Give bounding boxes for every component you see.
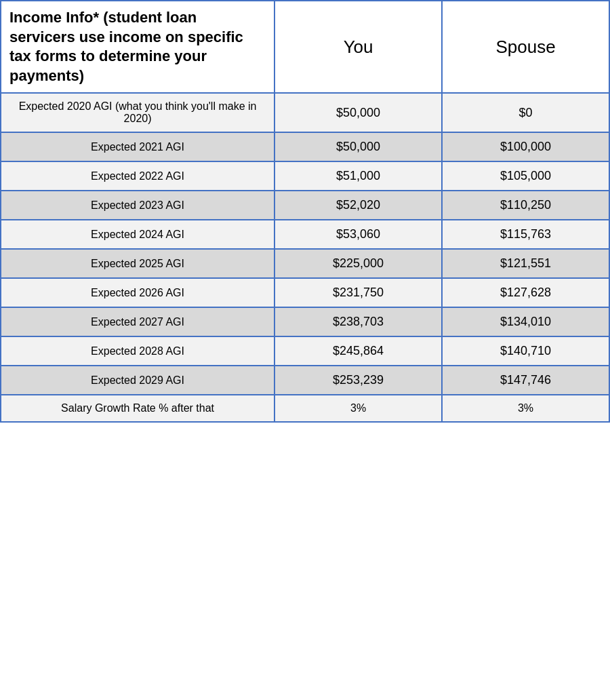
row-value-spouse: $115,763 bbox=[442, 220, 609, 249]
row-label: Expected 2021 AGI bbox=[1, 132, 274, 161]
column-header-you: You bbox=[274, 1, 442, 93]
row-value-spouse: $105,000 bbox=[442, 161, 609, 191]
row-label: Expected 2029 AGI bbox=[1, 366, 274, 395]
table-row: Expected 2025 AGI$225,000$121,551 bbox=[1, 249, 609, 278]
table-row: Expected 2020 AGI (what you think you'll… bbox=[1, 93, 609, 132]
row-value-you: 3% bbox=[274, 395, 442, 422]
row-label: Expected 2023 AGI bbox=[1, 191, 274, 220]
row-value-you: $253,239 bbox=[274, 366, 442, 395]
row-value-spouse: $0 bbox=[442, 93, 609, 132]
row-value-spouse: 3% bbox=[442, 395, 609, 422]
row-label: Expected 2022 AGI bbox=[1, 161, 274, 191]
table-header-label: Income Info* (student loan servicers use… bbox=[1, 1, 274, 93]
income-info-table: Income Info* (student loan servicers use… bbox=[0, 0, 610, 423]
row-label: Expected 2025 AGI bbox=[1, 249, 274, 278]
table-row: Expected 2026 AGI$231,750$127,628 bbox=[1, 278, 609, 307]
row-value-you: $245,864 bbox=[274, 336, 442, 366]
table-row: Expected 2021 AGI$50,000$100,000 bbox=[1, 132, 609, 161]
table-row: Expected 2023 AGI$52,020$110,250 bbox=[1, 191, 609, 220]
row-label: Expected 2028 AGI bbox=[1, 336, 274, 366]
table-row: Salary Growth Rate % after that3%3% bbox=[1, 395, 609, 422]
row-value-spouse: $100,000 bbox=[442, 132, 609, 161]
row-value-spouse: $110,250 bbox=[442, 191, 609, 220]
row-value-you: $50,000 bbox=[274, 93, 442, 132]
row-label: Expected 2024 AGI bbox=[1, 220, 274, 249]
table-row: Expected 2029 AGI$253,239$147,746 bbox=[1, 366, 609, 395]
row-label: Expected 2027 AGI bbox=[1, 307, 274, 336]
row-value-you: $53,060 bbox=[274, 220, 442, 249]
row-value-spouse: $134,010 bbox=[442, 307, 609, 336]
header-row: Income Info* (student loan servicers use… bbox=[1, 1, 609, 93]
row-label: Expected 2020 AGI (what you think you'll… bbox=[1, 93, 274, 132]
row-label: Salary Growth Rate % after that bbox=[1, 395, 274, 422]
row-value-you: $238,703 bbox=[274, 307, 442, 336]
row-value-spouse: $140,710 bbox=[442, 336, 609, 366]
row-value-you: $225,000 bbox=[274, 249, 442, 278]
table-row: Expected 2022 AGI$51,000$105,000 bbox=[1, 161, 609, 191]
row-value-spouse: $121,551 bbox=[442, 249, 609, 278]
row-value-you: $231,750 bbox=[274, 278, 442, 307]
row-value-you: $51,000 bbox=[274, 161, 442, 191]
row-value-spouse: $127,628 bbox=[442, 278, 609, 307]
column-header-spouse: Spouse bbox=[442, 1, 609, 93]
table-row: Expected 2027 AGI$238,703$134,010 bbox=[1, 307, 609, 336]
table-row: Expected 2024 AGI$53,060$115,763 bbox=[1, 220, 609, 249]
header-title: Income Info* bbox=[9, 9, 99, 26]
table-row: Expected 2028 AGI$245,864$140,710 bbox=[1, 336, 609, 366]
row-value-you: $50,000 bbox=[274, 132, 442, 161]
row-value-spouse: $147,746 bbox=[442, 366, 609, 395]
row-label: Expected 2026 AGI bbox=[1, 278, 274, 307]
row-value-you: $52,020 bbox=[274, 191, 442, 220]
